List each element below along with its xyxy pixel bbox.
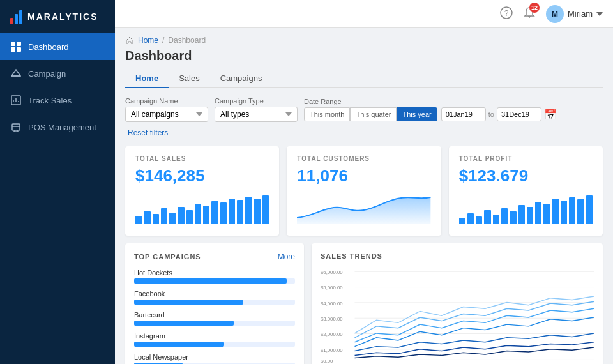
this-month-button[interactable]: This month xyxy=(304,107,350,121)
sidebar-label-dashboard: Dashboard xyxy=(28,42,69,52)
campaign-bar xyxy=(134,342,224,347)
mini-bar xyxy=(459,218,465,224)
top-campaigns-card: TOP CAMPAIGNS More Hot Dockets Facebook … xyxy=(125,243,304,364)
dashboard-icon xyxy=(10,41,22,52)
svg-marker-4 xyxy=(11,70,20,76)
date-to-input[interactable] xyxy=(497,107,541,121)
breadcrumb-home[interactable]: Home xyxy=(138,36,158,45)
logo-icon xyxy=(10,9,22,24)
mini-bar xyxy=(195,204,201,225)
tab-campaigns[interactable]: Campaigns xyxy=(210,70,273,88)
mini-bar xyxy=(561,201,567,225)
mini-bar xyxy=(535,202,541,224)
trends-chart: $6,000.00 $5,000.00 $4,000.00 $3,000.00 … xyxy=(321,265,594,364)
campaign-row: Instagram xyxy=(134,332,295,347)
campaign-bar xyxy=(134,300,243,305)
kpi-customers-value: 11,076 xyxy=(297,166,430,186)
mini-bar xyxy=(237,200,243,224)
tabs: Home Sales Campaigns xyxy=(125,70,603,88)
kpi-profit-chart xyxy=(459,192,593,224)
campaign-name-label: Campaign Name xyxy=(125,97,208,105)
svg-rect-0 xyxy=(11,42,15,46)
campaign-type-select[interactable]: All types xyxy=(215,107,298,122)
kpi-total-profit: TOTAL PROFIT $123.679 xyxy=(449,146,603,236)
mini-bar xyxy=(161,208,167,224)
campaign-bar-bg xyxy=(134,321,295,326)
svg-rect-2 xyxy=(11,47,15,52)
mini-bar xyxy=(476,216,482,225)
campaigns-more-button[interactable]: More xyxy=(278,252,295,261)
mini-bar xyxy=(527,207,533,225)
sidebar-item-campaign[interactable]: Campaign xyxy=(0,60,115,87)
mini-bar xyxy=(543,204,550,225)
sidebar-item-dashboard[interactable]: Dashboard xyxy=(0,33,115,60)
mini-bar xyxy=(262,195,269,224)
chevron-down-icon xyxy=(596,12,603,16)
campaigns-header: TOP CAMPAIGNS More xyxy=(134,252,295,261)
campaign-name: Instagram xyxy=(134,332,295,340)
mini-bar xyxy=(186,210,193,225)
this-quarter-button[interactable]: This quater xyxy=(350,107,397,121)
tab-home[interactable]: Home xyxy=(125,70,169,88)
svg-rect-3 xyxy=(17,47,21,52)
kpi-sales-label: TOTAL SALES xyxy=(135,155,269,162)
this-year-button[interactable]: This year xyxy=(397,107,437,121)
notification-badge: 12 xyxy=(529,3,540,13)
user-name: Miriam xyxy=(568,9,593,19)
mini-bar xyxy=(493,215,499,224)
topbar: ? 12 M Miriam xyxy=(115,0,613,28)
mini-bar xyxy=(153,214,159,224)
mini-bar xyxy=(586,195,593,224)
reset-filters-button[interactable]: Reset filters xyxy=(128,128,168,137)
campaign-name-select[interactable]: All campaigns xyxy=(125,107,208,122)
kpi-sales-value: $146,285 xyxy=(135,166,269,186)
tab-sales[interactable]: Sales xyxy=(169,70,210,88)
campaign-row: Bartecard xyxy=(134,311,295,326)
mini-bar xyxy=(245,197,252,224)
avatar: M xyxy=(546,5,564,23)
campaign-type-label: Campaign Type xyxy=(215,97,298,105)
kpi-profit-value: $123.679 xyxy=(459,166,593,186)
mini-bar xyxy=(484,210,490,225)
sales-trends-card: SALES TRENDS $6,000.00 $5,000.00 $4,000.… xyxy=(312,243,603,364)
campaign-bar-bg xyxy=(134,300,295,305)
svg-text:?: ? xyxy=(504,9,509,18)
kpi-customers-label: TOTAL CUSTOMERS xyxy=(297,155,430,162)
svg-text:$2,000.00: $2,000.00 xyxy=(321,331,343,337)
svg-text:$6,000.00: $6,000.00 xyxy=(321,269,343,275)
date-range-buttons: This month This quater This year xyxy=(304,107,437,121)
logo-area: MARALYTICS xyxy=(0,0,115,33)
campaign-bar xyxy=(134,321,234,326)
kpi-row: TOTAL SALES $146,285 TOTAL CUSTOMERS 11,… xyxy=(125,146,603,236)
sidebar-label-pos: POS Management xyxy=(28,123,96,132)
kpi-customers-chart xyxy=(297,192,430,227)
campaign-name: Local Newspaper xyxy=(134,353,295,361)
help-button[interactable]: ? xyxy=(500,6,513,22)
campaigns-card-title: TOP CAMPAIGNS xyxy=(134,253,201,261)
campaign-name-filter: Campaign Name All campaigns xyxy=(125,97,208,122)
mini-bar xyxy=(203,206,209,224)
mini-bar xyxy=(144,211,150,224)
mini-bar xyxy=(569,197,575,225)
mini-bar xyxy=(135,216,142,225)
mini-bar xyxy=(467,213,474,225)
breadcrumb: Home / Dashboard xyxy=(125,36,603,45)
date-input-group: to 📅 xyxy=(441,107,557,121)
date-from-input[interactable] xyxy=(441,107,486,121)
svg-text:$1,000.00: $1,000.00 xyxy=(321,347,343,353)
sidebar-item-pos-management[interactable]: POS Management xyxy=(0,114,115,140)
mini-bar xyxy=(552,199,559,224)
breadcrumb-separator: / xyxy=(162,36,164,45)
mini-bar xyxy=(169,213,176,224)
user-menu[interactable]: M Miriam xyxy=(546,5,603,23)
notifications-button[interactable]: 12 xyxy=(523,6,536,22)
campaign-name: Facebook xyxy=(134,290,295,298)
mini-bar xyxy=(220,202,227,224)
campaign-bar xyxy=(134,278,287,284)
svg-rect-10 xyxy=(12,124,20,130)
campaign-type-filter: Campaign Type All types xyxy=(215,97,298,122)
mini-bar xyxy=(510,211,516,224)
date-range-label: Date Range xyxy=(304,98,557,105)
date-range-filter: Date Range This month This quater This y… xyxy=(304,98,557,121)
sidebar-item-track-sales[interactable]: Track Sales xyxy=(0,87,115,114)
